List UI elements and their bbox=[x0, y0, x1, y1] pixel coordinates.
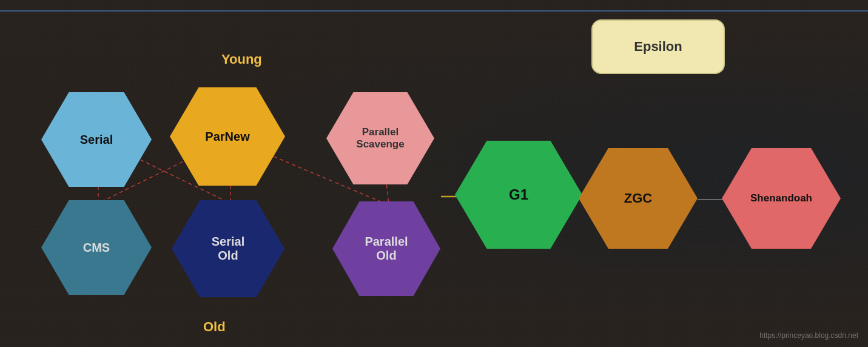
epsilon-node: Epsilon bbox=[591, 19, 725, 74]
shenandoah-label: Shenandoah bbox=[750, 192, 812, 204]
old-label: Old bbox=[203, 319, 226, 335]
parallel-scavenge-label: Parallel Scavenge bbox=[356, 126, 404, 150]
parallel-old-label: Parallel Old bbox=[365, 235, 408, 263]
g1-label: G1 bbox=[509, 186, 528, 203]
serial-old-label: Serial Old bbox=[212, 235, 244, 263]
cms-label: CMS bbox=[83, 241, 110, 255]
young-label: Young bbox=[221, 52, 262, 67]
parnew-label: ParNew bbox=[205, 130, 249, 144]
serial-label: Serial bbox=[80, 133, 113, 147]
zgc-label: ZGC bbox=[624, 190, 652, 206]
watermark: https://princeyao.blog.csdn.net bbox=[759, 331, 858, 340]
epsilon-label: Epsilon bbox=[634, 39, 682, 55]
